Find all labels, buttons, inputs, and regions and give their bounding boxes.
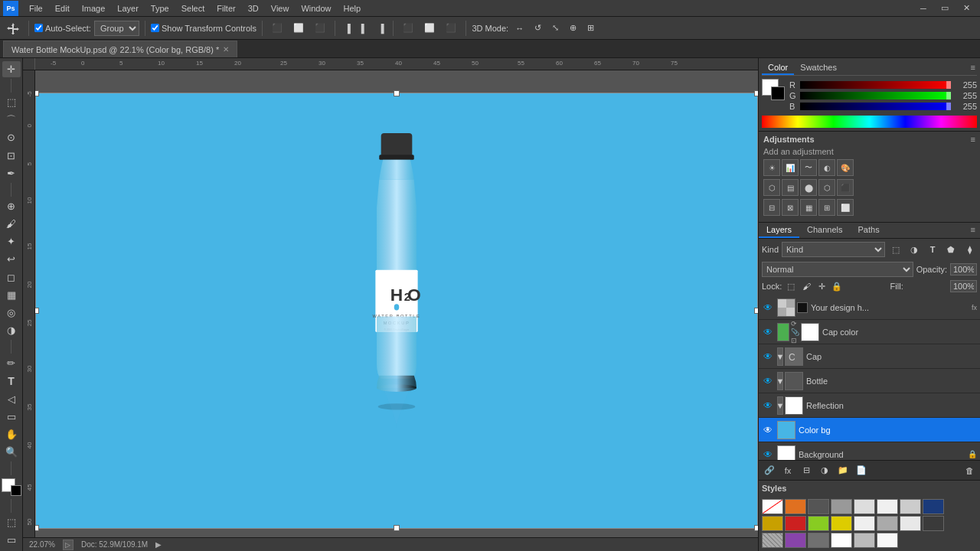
layer-visibility-cap-color[interactable]: 👁 [762,326,774,338]
zoom-tool[interactable]: 🔍 [2,444,21,460]
restore-button[interactable]: ▭ [934,0,956,17]
tab-channels[interactable]: Channels [799,223,850,238]
layer-row-color-bg[interactable]: 👁 Color bg [759,418,980,442]
tab-layers[interactable]: Layers [759,223,799,238]
style-none[interactable] [762,499,783,514]
delete-layer-button[interactable]: 🗑 [962,463,977,478]
dist3[interactable]: ⬛ [442,21,460,34]
style-orange[interactable] [785,499,806,514]
adj-hsl[interactable]: ⬡ [763,179,780,196]
style-gray-dark[interactable] [808,499,829,514]
shape-tool[interactable]: ▭ [2,409,21,425]
adj-solid[interactable]: ⬜ [837,199,854,216]
healing-tool[interactable]: ⊕ [2,198,21,214]
style-lines[interactable] [762,533,783,548]
menu-edit[interactable]: Edit [49,2,76,15]
tab-paths[interactable]: Paths [851,223,887,238]
align-right[interactable]: ▐ [374,22,388,34]
pen-tool[interactable]: ✏ [2,355,21,371]
adj-cb[interactable]: ▤ [782,179,799,196]
new-layer-button[interactable]: 📄 [854,463,869,478]
adj-curves[interactable]: 〜 [800,159,817,176]
align-vc[interactable]: ⬜ [289,21,308,34]
filter-shape[interactable]: ⬟ [943,242,959,257]
style-gray-med2[interactable] [877,516,898,531]
fg-bg-colors[interactable] [2,478,21,496]
screen-mode-tool[interactable]: ▭ [2,532,21,548]
layer-row-your-design[interactable]: 👁 Your design h... fx [759,295,980,320]
minimize-button[interactable]: ─ [913,0,934,17]
blend-mode-dropdown[interactable]: Normal Multiply Screen [762,262,913,277]
layer-row-background[interactable]: 👁 Background 🔒 [759,442,980,460]
style-blue-dark[interactable] [923,499,944,514]
style-gray-dark2[interactable] [923,516,944,531]
menu-filter[interactable]: Filter [211,2,241,15]
document-tab[interactable]: Water Bottle MockUp.psd @ 22.1% (Color b… [3,41,237,57]
history-brush[interactable]: ↩ [2,251,21,267]
adj-exposure[interactable]: ◐ [818,159,835,176]
menu-select[interactable]: Select [175,2,211,15]
layer-kind-dropdown[interactable]: Kind Name Effect Mode Attribute Color [782,242,885,257]
dist1[interactable]: ⬛ [399,21,417,34]
align-hc[interactable]: ▌ [358,22,371,34]
menu-image[interactable]: Image [76,2,112,15]
close-button[interactable]: ✕ [956,0,977,17]
adj-thresh[interactable]: ⊠ [782,199,799,216]
style-gray-lg[interactable] [808,533,829,548]
layer-visibility-bottle[interactable]: 👁 [762,375,774,387]
layer-visibility-background[interactable]: 👁 [762,448,774,461]
layer-row-bottle[interactable]: 👁 ▼ Bottle [759,369,980,393]
crop-tool[interactable]: ⊡ [2,148,21,164]
layer-visibility-reflection[interactable]: 👁 [762,399,774,412]
fill-input[interactable] [950,280,977,292]
adj-levels[interactable]: 📊 [782,159,799,176]
menu-3d[interactable]: 3D [242,2,265,15]
3d-btn1[interactable]: ↔ [511,22,528,34]
add-style-button[interactable]: fx [780,463,795,478]
fg-bg-indicator[interactable] [762,79,785,100]
3d-btn4[interactable]: ⊕ [566,21,580,34]
filter-pixel[interactable]: ⬚ [888,242,903,257]
gradient-tool[interactable]: ▦ [2,287,21,303]
style-yellow[interactable] [831,516,852,531]
3d-btn5[interactable]: ⊞ [583,21,598,34]
quick-select-tool[interactable]: ⊙ [2,129,21,145]
dist2[interactable]: ⬜ [420,21,439,34]
adj-cmr[interactable]: ⬡ [818,179,835,196]
g-slider[interactable] [800,92,951,99]
style-white3[interactable] [854,516,875,531]
lasso-tool[interactable]: ⌒ [2,112,21,128]
layers-panel-menu[interactable]: ≡ [966,223,980,238]
layer-row-reflection[interactable]: 👁 ▼ Reflection [759,393,980,418]
layer-visibility-color-bg[interactable]: 👁 [762,424,774,436]
b-slider[interactable] [800,103,951,110]
canvas-container[interactable]: H 2 O WATER BOTTLE MOCKUP © 2016 Graphic… [35,70,758,551]
style-white5[interactable] [831,533,852,548]
color-spectrum[interactable] [762,116,977,128]
brush-tool[interactable]: 🖌 [2,216,21,232]
show-transform-checkbox[interactable]: Show Transform Controls [151,24,256,33]
auto-select-dropdown[interactable]: Group Layer [94,21,139,36]
clone-tool[interactable]: ✦ [2,233,21,249]
adj-invert[interactable]: ⬛ [837,179,854,196]
tab-swatches[interactable]: Swatches [794,61,843,75]
adj-poster[interactable]: ⊟ [763,199,780,216]
r-slider[interactable] [800,81,951,89]
move-tool[interactable]: ✛ [2,61,21,77]
style-red[interactable] [785,516,806,531]
style-white4[interactable] [900,516,921,531]
style-white6[interactable] [877,533,898,548]
lock-image[interactable]: 🖌 [800,280,812,292]
adj-gradient[interactable]: ▦ [800,199,817,216]
menu-view[interactable]: View [265,2,296,15]
bottom-status-icon[interactable]: ▷ [63,540,74,550]
tab-close-button[interactable]: ✕ [223,45,229,54]
adjustments-panel-menu[interactable]: ≡ [971,135,975,144]
auto-select-checkbox[interactable]: Auto-Select: [34,24,91,33]
color-panel-menu[interactable]: ≡ [969,61,977,75]
style-white[interactable] [854,499,875,514]
3d-btn2[interactable]: ↺ [531,21,545,34]
layer-visibility-cap[interactable]: 👁 [762,350,774,363]
new-group-button[interactable]: 📁 [835,463,851,478]
add-mask-button[interactable]: ⊟ [799,463,814,478]
